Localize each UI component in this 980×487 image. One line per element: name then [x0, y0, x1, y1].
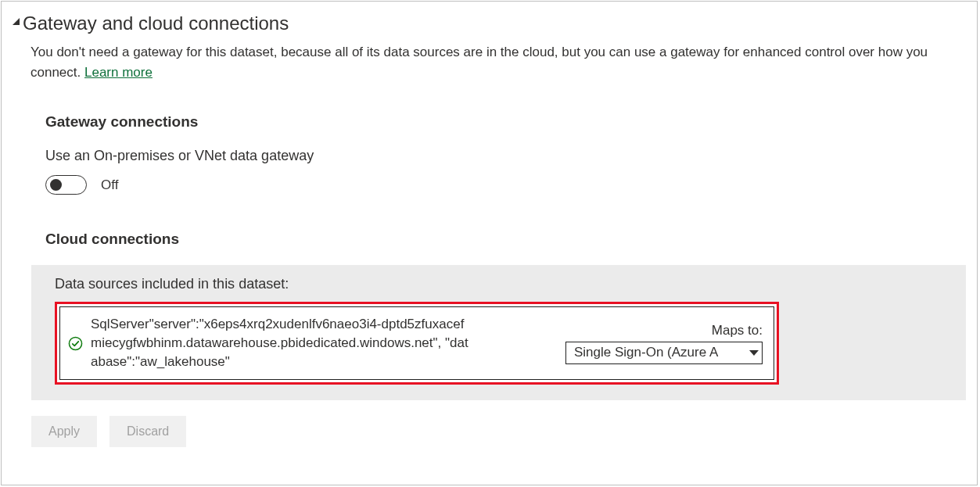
maps-to-label: Maps to: [712, 323, 763, 338]
data-source-text: SqlServer"server":"x6eps4xrq2xudenlfv6na… [91, 315, 474, 371]
apply-button[interactable]: Apply [31, 416, 97, 447]
action-buttons: Apply Discard [31, 416, 960, 447]
learn-more-link[interactable]: Learn more [84, 65, 153, 80]
cloud-connections-heading: Cloud connections [45, 231, 960, 248]
gateway-toggle-label: Off [101, 177, 118, 193]
chevron-down-icon [749, 350, 759, 356]
data-source-row-highlight: SqlServer"server":"x6eps4xrq2xudenlfv6na… [55, 302, 779, 385]
gateway-cloud-settings-panel: Gateway and cloud connections You don't … [1, 1, 978, 485]
gateway-prompt: Use an On-premises or VNet data gateway [45, 148, 960, 164]
discard-button[interactable]: Discard [109, 416, 186, 447]
data-sources-panel: Data sources included in this dataset: S… [31, 265, 966, 400]
description-text: You don't need a gateway for this datase… [31, 45, 928, 80]
gateway-connections-heading: Gateway connections [45, 113, 960, 131]
gateway-toggle[interactable] [45, 175, 87, 195]
maps-to-selected-value: Single Sign-On (Azure A [574, 345, 718, 360]
toggle-knob-icon [50, 179, 62, 191]
section-title: Gateway and cloud connections [23, 13, 289, 34]
data-sources-heading: Data sources included in this dataset: [55, 276, 953, 292]
section-header[interactable]: Gateway and cloud connections [13, 13, 960, 34]
status-ok-icon [68, 336, 83, 351]
maps-to-select[interactable]: Single Sign-On (Azure A [565, 342, 763, 364]
expand-triangle-icon[interactable] [13, 18, 20, 25]
data-source-row: SqlServer"server":"x6eps4xrq2xudenlfv6na… [59, 306, 774, 380]
section-description: You don't need a gateway for this datase… [31, 42, 953, 82]
svg-point-0 [69, 337, 81, 349]
